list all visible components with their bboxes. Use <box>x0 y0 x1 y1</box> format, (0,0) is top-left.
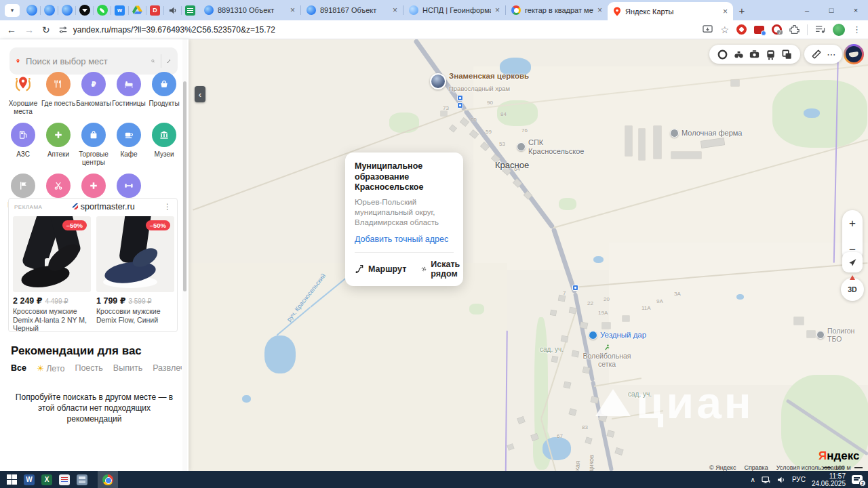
routes-icon[interactable] <box>167 56 171 67</box>
tab-object-8918167[interactable]: 8918167 Объект × <box>301 0 403 20</box>
forward-button[interactable]: → <box>24 24 34 35</box>
bus-stop-icon[interactable] <box>572 285 578 291</box>
tab-search-dropdown[interactable]: ▾ <box>5 4 20 17</box>
pinned-tab-drive[interactable] <box>129 0 146 20</box>
close-tab-icon[interactable]: × <box>597 5 602 15</box>
search-icon[interactable] <box>151 56 155 66</box>
map-canvas[interactable]: циан Знаменская церковь Православный хра… <box>189 39 868 471</box>
network-icon[interactable] <box>762 476 771 484</box>
layers-icon[interactable] <box>781 49 793 60</box>
pinned-tab-sound[interactable] <box>164 0 181 20</box>
transport-icon[interactable] <box>765 49 776 60</box>
taskbar-app-1[interactable] <box>56 471 73 488</box>
filter-drink[interactable]: Выпить <box>113 363 142 373</box>
media-controls-icon[interactable] <box>815 25 825 34</box>
search-box[interactable] <box>9 47 178 75</box>
bus-stop-icon[interactable] <box>457 95 463 101</box>
browser-menu-icon[interactable]: ⋮ <box>852 24 861 35</box>
more-tools-icon[interactable]: ⋯ <box>827 49 835 60</box>
filter-all[interactable]: Все <box>11 363 26 373</box>
town-label-krasnoe[interactable]: Красное <box>495 160 529 170</box>
user-profile-button[interactable] <box>844 44 864 64</box>
filter-eat[interactable]: Поесть <box>75 363 102 373</box>
mirrors-camera-icon[interactable] <box>749 49 760 60</box>
close-tab-icon[interactable]: × <box>723 7 728 16</box>
pinned-tab-sheets[interactable] <box>182 0 199 20</box>
close-tab-icon[interactable]: × <box>290 5 295 15</box>
add-address-link[interactable]: Добавить точный адрес <box>355 235 454 244</box>
category-malls[interactable]: Торговые центры <box>76 123 111 166</box>
category-hotels[interactable]: Гостиницы <box>111 72 146 115</box>
traffic-ring-icon[interactable] <box>717 49 728 60</box>
category-gas[interactable]: АЗС <box>5 123 41 166</box>
category-pharmacy[interactable]: Аптеки <box>41 123 76 166</box>
poi-volleyball[interactable]: Волейбольная сетка <box>580 344 633 368</box>
ad-product-1[interactable]: –50% 2 249 ₽4 499 ₽ Кроссовки мужские De… <box>13 216 91 333</box>
scrollbar-thumb[interactable] <box>183 81 186 291</box>
category-eat[interactable]: Где поесть <box>41 72 76 115</box>
maximize-button[interactable]: □ <box>819 0 844 20</box>
search-input[interactable] <box>26 56 145 66</box>
ad-product-2[interactable]: –50% 1 799 ₽3 599 ₽ Кроссовки мужские De… <box>96 216 174 333</box>
back-button[interactable]: ← <box>7 24 16 35</box>
collapse-sidebar-button[interactable]: ‹ <box>195 86 205 102</box>
taskbar-excel[interactable]: X <box>38 471 56 488</box>
tab-google-search[interactable]: гектар в квадрат метр - Поис × <box>506 0 608 20</box>
notifications-icon[interactable]: 2 <box>852 475 863 484</box>
tray-chevron-icon[interactable]: ∧ <box>751 476 755 483</box>
category-grocery[interactable]: Продукты <box>146 72 182 115</box>
yandex-logo[interactable]: Яндекс <box>818 449 859 463</box>
poi-church[interactable]: Знаменская церковь Православный храм <box>430 69 529 94</box>
pinned-tab-browser-3[interactable] <box>58 0 75 20</box>
start-button[interactable] <box>3 471 20 488</box>
pinned-tab-dzen[interactable]: D <box>146 0 163 20</box>
tab-object-8891310[interactable]: 8891310 Объект × <box>199 0 300 20</box>
taskbar-chrome[interactable] <box>98 471 118 488</box>
tab-yandex-maps[interactable]: Яндекс Карты × <box>608 2 733 20</box>
bookmark-star-icon[interactable]: ☆ <box>720 24 729 35</box>
pinned-tab-whatsapp[interactable] <box>94 0 111 20</box>
sidebar-scrollbar[interactable] <box>182 39 187 471</box>
category-cafe[interactable]: Кафе <box>111 123 146 166</box>
ruler-icon[interactable] <box>811 49 822 60</box>
tab-nspd[interactable]: НСПД | Геоинформационный × <box>403 0 505 20</box>
close-window-button[interactable]: × <box>844 0 868 20</box>
advertiser-link[interactable]: sportmaster.ru <box>42 202 163 211</box>
pinned-tab-browser-2[interactable] <box>41 0 58 20</box>
locate-me-button[interactable] <box>842 252 863 272</box>
poi-uezdny-dar[interactable]: Уездный дар <box>589 331 646 340</box>
close-tab-icon[interactable]: × <box>495 5 500 15</box>
category-atm[interactable]: ₽ Банкоматы <box>76 72 111 115</box>
category-good-places[interactable]: Хорошие места <box>5 72 41 115</box>
filter-fun[interactable]: Развлечься <box>153 363 182 373</box>
taskbar-app-2[interactable] <box>73 471 91 488</box>
filter-summer[interactable]: ☀Лето <box>37 363 65 373</box>
extensions-puzzle-icon[interactable] <box>789 24 800 35</box>
extension-icon-3[interactable]: 7 <box>772 24 782 35</box>
help-link[interactable]: Справка <box>744 464 768 471</box>
close-tab-icon[interactable]: × <box>393 5 397 15</box>
new-tab-button[interactable]: + <box>733 5 751 16</box>
ad-menu-icon[interactable]: ⋮ <box>163 202 172 211</box>
pinned-tab-vk[interactable]: w <box>111 0 128 20</box>
install-icon[interactable] <box>703 25 713 35</box>
taskbar-clock[interactable]: 11:57 24.06.2025 <box>812 472 846 487</box>
url-bar[interactable]: yandex.ru/maps/?ll=39.676493%2C56.523570… <box>58 22 695 37</box>
language-indicator[interactable]: РУС <box>792 476 806 483</box>
pinned-tab-bat[interactable] <box>76 0 93 20</box>
poi-farm[interactable]: Молочная ферма <box>670 129 742 138</box>
poi-polygon-tbo[interactable]: Полигон ТБО <box>816 327 868 343</box>
reload-button[interactable]: ↻ <box>42 24 50 35</box>
bus-stop-icon[interactable] <box>457 102 463 108</box>
zoom-in-button[interactable]: + <box>842 210 863 237</box>
search-nearby-button[interactable]: Искать рядом <box>421 260 464 279</box>
profile-avatar[interactable] <box>833 24 845 36</box>
route-button[interactable]: Маршрут <box>355 264 406 274</box>
extension-icon-1[interactable] <box>736 24 747 35</box>
poi-spk[interactable]: СПК Красносельское <box>517 138 591 155</box>
extension-icon-2[interactable] <box>754 26 764 34</box>
taskbar-word[interactable]: W <box>20 471 38 488</box>
pinned-tab-browser-1[interactable] <box>23 0 40 20</box>
volume-icon[interactable] <box>777 476 786 484</box>
compass-3d-button[interactable]: 3D <box>841 278 864 301</box>
